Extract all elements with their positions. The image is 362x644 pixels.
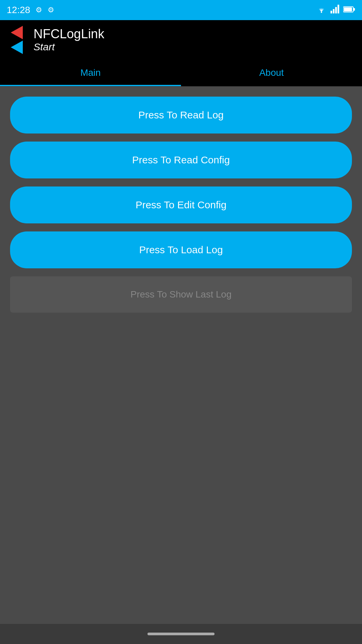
battery-icon	[343, 5, 355, 15]
tab-main[interactable]: Main	[0, 59, 181, 86]
svg-point-0	[321, 11, 322, 13]
status-time: 12:28	[7, 5, 30, 15]
settings-icon-2: ⚙	[48, 6, 54, 14]
svg-rect-2	[333, 9, 335, 13]
tab-bar: Main About	[0, 59, 362, 87]
app-subtitle: Start	[34, 41, 104, 53]
bottom-nav	[0, 624, 362, 644]
status-bar-left: 12:28 ⚙ ⚙	[7, 5, 54, 15]
tab-about[interactable]: About	[181, 59, 362, 86]
bottom-nav-indicator	[147, 633, 215, 635]
edit-config-button[interactable]: Press To Edit Config	[10, 186, 352, 223]
read-log-button[interactable]: Press To Read Log	[10, 97, 352, 133]
svg-rect-7	[353, 8, 355, 11]
svg-rect-3	[335, 7, 337, 13]
show-last-log-button[interactable]: Press To Show Last Log	[10, 276, 352, 313]
read-config-button[interactable]: Press To Read Config	[10, 142, 352, 178]
app-header: NFCLogLink Start	[0, 20, 362, 59]
svg-rect-6	[344, 7, 352, 11]
svg-rect-1	[330, 11, 332, 13]
logo-chevron-top	[11, 26, 23, 39]
wifi-icon	[316, 5, 326, 15]
app-logo	[7, 30, 27, 50]
load-log-button[interactable]: Press To Load Log	[10, 231, 352, 268]
status-bar-right	[316, 5, 355, 16]
signal-icon	[330, 5, 339, 16]
app-title-block: NFCLogLink Start	[34, 27, 104, 53]
svg-rect-4	[338, 5, 339, 13]
settings-icon-1: ⚙	[36, 6, 42, 14]
app-title: NFCLogLink	[34, 27, 104, 41]
logo-chevron-bottom	[11, 41, 23, 54]
main-content: Press To Read Log Press To Read Config P…	[0, 87, 362, 323]
status-bar: 12:28 ⚙ ⚙	[0, 0, 362, 20]
